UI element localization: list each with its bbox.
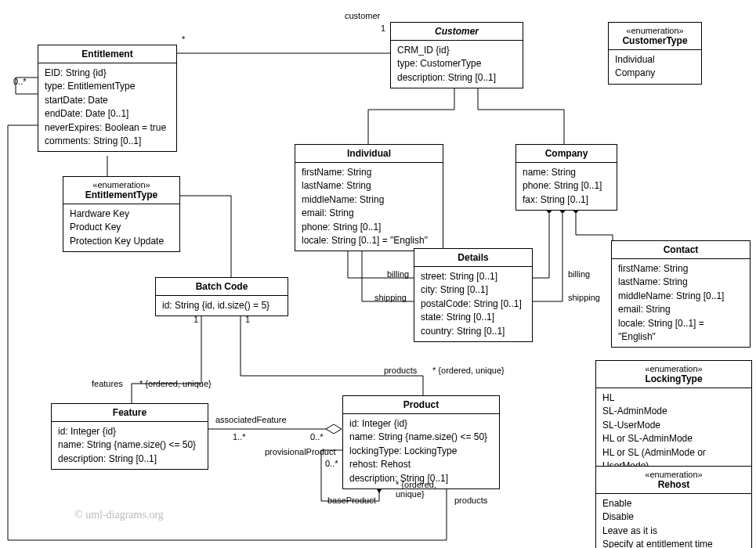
label-billing2: billing [568,269,590,279]
attr: neverExpires: Boolean = true [45,121,170,135]
label-provprod: provisionalProduct [265,447,336,456]
attr: name: String {name.size() <= 50} [58,438,201,452]
attr: description: String [0..1] [58,452,201,466]
label-billing1: billing [387,269,409,279]
attr: postalCode: String [0..1] [421,297,526,311]
attr: middleName: String [0..1] [618,290,743,303]
lit: Leave as it is [602,525,745,538]
lit: Enable [602,497,745,510]
attr: lockingType: LockingType [349,445,493,458]
lit: Disable [602,510,745,524]
label-customer-role: customer [345,11,380,20]
label-one: 1 [381,23,385,33]
attr: name: String {name.size() <= 50} [349,431,493,444]
class-title: Company [516,145,617,163]
class-title: Entitlement [38,45,176,63]
label-baseprod: baseProduct [327,496,376,505]
label-zerostar: 0..* [13,77,27,86]
class-title: CustomerType [615,35,695,46]
attr: CRM_ID {id} [397,44,516,57]
attr: lastName: String [302,179,436,193]
class-rehost: «enumeration» Rehost Enable Disable Leav… [595,466,752,548]
class-details: Details street: String [0..1] city: Stri… [414,248,533,342]
lit: Company [615,67,695,80]
attr: locale: String [0..1] = "English" [302,234,436,247]
attr: comments: String [0..1] [45,135,170,148]
class-title: Feature [52,404,208,422]
label-ou3: * {ordered, unique} [396,480,436,499]
attr: startDate: Date [45,94,170,107]
class-title: Contact [612,241,750,259]
label-assocfeat: associatedFeature [215,415,287,424]
attr: firstName: String [618,262,743,276]
lit: SL-UserMode [602,419,745,432]
label-ou1: * {ordered, unique} [139,379,212,388]
attr: country: String [0..1] [421,325,526,338]
class-product: Product id: Integer {id} name: String {n… [342,395,500,489]
attr: rehost: Rehost [349,458,493,471]
class-title: Details [414,249,532,267]
attr: state: String [0..1] [421,311,526,324]
attr: type: CustomerType [397,57,516,70]
label-one2: 1 [194,315,198,324]
attr: id: Integer {id} [349,417,493,431]
attr: firstName: String [302,166,436,179]
lit: Protection Key Update [70,235,173,248]
class-title: Batch Code [156,278,288,296]
class-customer: Customer CRM_ID {id} type: CustomerType … [390,22,523,88]
attr: email: String [302,207,436,220]
attr: type: EntitlementType [45,80,170,93]
label-zerostarp: 0..* [310,432,324,442]
attr: phone: String [0..1] [523,179,610,193]
label-products1: products [384,366,417,375]
attr: email: String [618,303,743,316]
svg-marker-35 [326,424,342,434]
attr: id: Integer {id} [58,425,201,438]
class-title: LockingType [602,373,745,384]
class-customertype: «enumeration» CustomerType Individual Co… [608,22,702,85]
label-ou2: * {ordered, unique} [432,366,505,375]
label-products2: products [454,496,487,505]
attr: middleName: String [302,193,436,207]
stereotype: «enumeration» [615,26,695,35]
attr: city: String [0..1] [421,283,526,297]
stereotype: «enumeration» [602,364,745,373]
stereotype: «enumeration» [602,470,745,479]
attr: name: String [523,166,610,179]
attr: description: String [0..1] [397,71,516,85]
attr: locale: String [0..1] = "English" [618,317,743,344]
attr: phone: String [0..1] [302,221,436,234]
class-contact: Contact firstName: String lastName: Stri… [611,240,751,348]
attr: street: String [0..1] [421,270,526,283]
label-star: * [182,34,185,44]
label-one3: 1 [245,315,250,324]
class-title: EntitlementType [70,189,173,200]
class-batchcode: Batch Code id: String {id, id.size() = 5… [155,277,288,316]
lit: Hardware Key [70,207,173,221]
class-lockingtype: «enumeration» LockingType HL SL-AdminMod… [595,360,752,477]
lit: HL or SL-AdminMode [602,432,745,445]
class-company: Company name: String phone: String [0..1… [515,144,617,211]
class-entitlement: Entitlement EID: String {id} type: Entit… [38,45,177,152]
class-title: Product [343,396,499,414]
watermark: © uml-diagrams.org [74,509,164,521]
stereotype: «enumeration» [70,180,173,189]
class-title: Customer [391,23,523,41]
attr: fax: String [0..1] [523,193,610,207]
label-onestar: 1..* [233,432,246,442]
label-zerostarpp: 0..* [325,459,338,468]
lit: SL-AdminMode [602,405,745,418]
class-feature: Feature id: Integer {id} name: String {n… [51,403,208,470]
label-shipping1: shipping [374,293,407,302]
lit: Specify at entitlement time [602,538,745,548]
label-shipping2: shipping [568,293,600,302]
lit: HL [602,391,745,405]
attr: endDate: Date [0..1] [45,107,170,121]
attr: EID: String {id} [45,67,170,80]
class-entitlementtype: «enumeration» EntitlementType Hardware K… [63,176,180,252]
class-individual: Individual firstName: String lastName: S… [295,144,443,251]
lit: Product Key [70,221,173,234]
label-features: features [92,379,123,388]
attr: lastName: String [618,276,743,289]
class-title: Rehost [602,479,745,490]
